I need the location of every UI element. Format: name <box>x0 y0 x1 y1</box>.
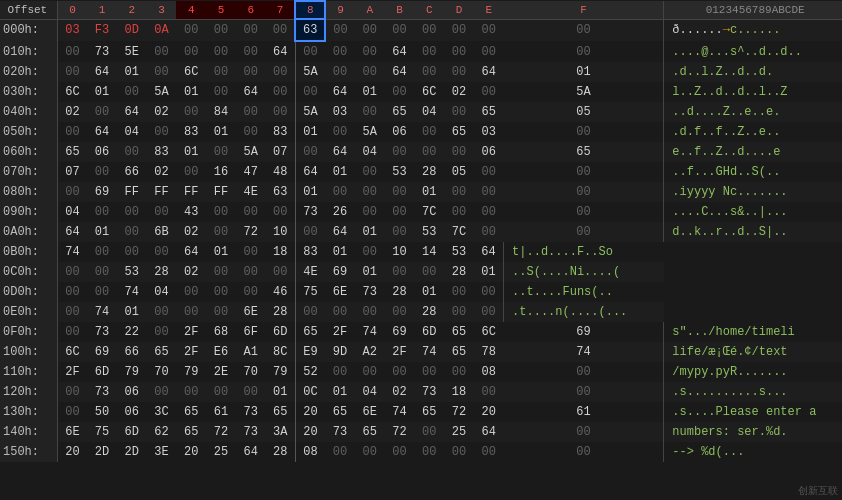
hex-cell[interactable]: 64 <box>236 442 266 462</box>
hex-cell[interactable]: 72 <box>385 422 415 442</box>
hex-cell[interactable]: 3C <box>147 402 177 422</box>
hex-cell[interactable]: 03 <box>325 102 355 122</box>
hex-cell[interactable]: 01 <box>117 302 147 322</box>
hex-cell[interactable]: 04 <box>414 102 444 122</box>
hex-cell[interactable]: 00 <box>206 19 236 41</box>
hex-cell[interactable]: 06 <box>117 382 147 402</box>
hex-cell[interactable]: 20 <box>295 402 325 422</box>
hex-cell[interactable]: 16 <box>206 162 236 182</box>
hex-cell[interactable]: 20 <box>176 442 206 462</box>
hex-cell[interactable]: 01 <box>355 82 385 102</box>
hex-cell[interactable]: 01 <box>414 282 444 302</box>
hex-cell[interactable]: 53 <box>385 162 415 182</box>
hex-cell[interactable]: 00 <box>236 19 266 41</box>
hex-cell[interactable]: 01 <box>355 262 385 282</box>
hex-cell[interactable]: 64 <box>474 242 504 262</box>
hex-cell[interactable]: 65 <box>474 102 504 122</box>
hex-cell[interactable]: 00 <box>444 362 474 382</box>
hex-cell[interactable]: 00 <box>57 62 87 82</box>
hex-cell[interactable]: 00 <box>504 162 664 182</box>
hex-cell[interactable]: 00 <box>206 202 236 222</box>
hex-cell[interactable]: 00 <box>176 162 206 182</box>
hex-cell[interactable]: 00 <box>504 362 664 382</box>
hex-cell[interactable]: 69 <box>87 342 117 362</box>
hex-cell[interactable]: 01 <box>325 162 355 182</box>
hex-cell[interactable]: 04 <box>57 202 87 222</box>
hex-cell[interactable]: 65 <box>385 102 415 122</box>
hex-cell[interactable]: 00 <box>117 222 147 242</box>
hex-cell[interactable]: 00 <box>57 322 87 342</box>
hex-cell[interactable]: 02 <box>385 382 415 402</box>
hex-cell[interactable]: 65 <box>57 142 87 162</box>
hex-cell[interactable]: 9D <box>325 342 355 362</box>
hex-cell[interactable]: 64 <box>236 82 266 102</box>
hex-cell[interactable]: 00 <box>444 62 474 82</box>
hex-cell[interactable]: 00 <box>444 142 474 162</box>
hex-cell[interactable]: 65 <box>444 122 474 142</box>
hex-cell[interactable]: 00 <box>385 182 415 202</box>
hex-cell[interactable]: 43 <box>176 202 206 222</box>
hex-cell[interactable]: 07 <box>57 162 87 182</box>
hex-cell[interactable]: 18 <box>444 382 474 402</box>
hex-cell[interactable]: 68 <box>206 322 236 342</box>
table-row[interactable]: 0E0h:0074010000006E2800000000280000.t...… <box>0 302 842 322</box>
hex-cell[interactable]: 65 <box>504 142 664 162</box>
hex-cell[interactable]: A2 <box>355 342 385 362</box>
table-row[interactable]: 140h:6E756D626572733A2073657200256400num… <box>0 422 842 442</box>
hex-cell[interactable]: 64 <box>176 242 206 262</box>
table-row[interactable]: 040h:02006402008400005A03006504006505..d… <box>0 102 842 122</box>
hex-cell[interactable]: 00 <box>236 282 266 302</box>
hex-cell[interactable]: 00 <box>236 382 266 402</box>
hex-cell[interactable]: 64 <box>325 142 355 162</box>
hex-cell[interactable]: 73 <box>236 422 266 442</box>
hex-cell[interactable]: 00 <box>295 142 325 162</box>
hex-cell[interactable]: 00 <box>57 302 87 322</box>
hex-cell[interactable]: 00 <box>147 382 177 402</box>
hex-cell[interactable]: 00 <box>474 182 504 202</box>
hex-cell[interactable]: 00 <box>504 182 664 202</box>
hex-cell[interactable]: 26 <box>325 202 355 222</box>
hex-cell[interactable]: 48 <box>266 162 296 182</box>
hex-cell[interactable]: 00 <box>206 382 236 402</box>
hex-cell[interactable]: 00 <box>57 282 87 302</box>
hex-cell[interactable]: 00 <box>414 142 444 162</box>
hex-cell[interactable]: 65 <box>355 422 385 442</box>
hex-cell[interactable]: 6C <box>57 342 87 362</box>
hex-cell[interactable]: 50 <box>87 402 117 422</box>
hex-cell[interactable]: 00 <box>355 302 385 322</box>
hex-cell[interactable]: 65 <box>176 402 206 422</box>
col-header-0[interactable]: 0 <box>57 1 87 19</box>
hex-cell[interactable]: 00 <box>206 62 236 82</box>
hex-cell[interactable]: 00 <box>325 122 355 142</box>
hex-cell[interactable]: 73 <box>414 382 444 402</box>
hex-cell[interactable]: 2E <box>206 362 236 382</box>
hex-cell[interactable]: 00 <box>206 262 236 282</box>
hex-cell[interactable]: 00 <box>444 442 474 462</box>
hex-cell[interactable]: 00 <box>355 362 385 382</box>
hex-cell[interactable]: 28 <box>147 262 177 282</box>
col-header-C[interactable]: C <box>414 1 444 19</box>
hex-cell[interactable]: 6C <box>414 82 444 102</box>
hex-cell[interactable]: 00 <box>147 41 177 62</box>
hex-cell[interactable]: 75 <box>87 422 117 442</box>
hex-cell[interactable]: 74 <box>117 282 147 302</box>
hex-cell[interactable]: 00 <box>147 62 177 82</box>
hex-cell[interactable]: 00 <box>266 262 296 282</box>
hex-cell[interactable]: 01 <box>87 82 117 102</box>
hex-cell[interactable]: 00 <box>355 442 385 462</box>
hex-cell[interactable]: 00 <box>504 422 664 442</box>
hex-cell[interactable]: 64 <box>325 82 355 102</box>
hex-cell[interactable]: 65 <box>414 402 444 422</box>
hex-cell[interactable]: 53 <box>414 222 444 242</box>
hex-cell[interactable]: FF <box>147 182 177 202</box>
hex-cell[interactable]: 65 <box>295 322 325 342</box>
hex-cell[interactable]: 04 <box>355 382 385 402</box>
hex-cell[interactable]: 6D <box>117 422 147 442</box>
hex-cell[interactable]: 00 <box>355 19 385 41</box>
hex-cell[interactable]: 2F <box>176 322 206 342</box>
hex-cell[interactable]: 62 <box>147 422 177 442</box>
hex-cell[interactable]: 65 <box>147 342 177 362</box>
hex-cell[interactable]: 00 <box>504 442 664 462</box>
hex-cell[interactable]: FF <box>117 182 147 202</box>
hex-cell[interactable]: 06 <box>87 142 117 162</box>
